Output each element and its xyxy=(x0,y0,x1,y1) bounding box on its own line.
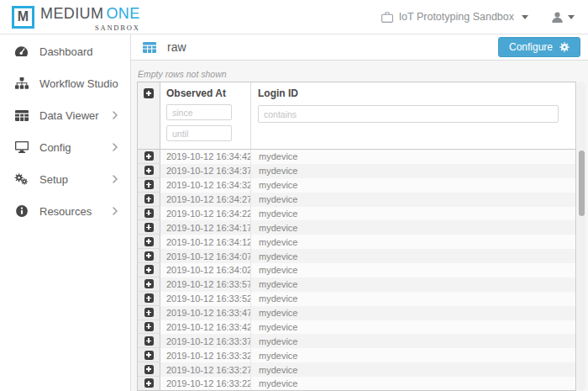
topbar-right: IoT Prototyping Sandbox xyxy=(381,11,575,23)
header-expand-cell xyxy=(138,82,160,149)
empty-rows-note: Empty rows not shown xyxy=(131,61,588,82)
table-icon xyxy=(143,42,156,53)
sidebar-item-label: Setup xyxy=(39,173,113,186)
row-expand-cell xyxy=(138,292,160,306)
dashboard-icon xyxy=(13,45,29,57)
observed-at-cell: 2019-10-12 16:34:22 xyxy=(160,207,251,221)
expand-row-button[interactable] xyxy=(144,265,154,274)
login-id-cell: mydevice xyxy=(251,334,575,348)
observed-at-cell: 2019-10-12 16:33:47 xyxy=(160,306,251,320)
login-id-cell: mydevice xyxy=(251,164,575,178)
expand-row-button[interactable] xyxy=(144,223,154,232)
row-expand-cell xyxy=(138,220,160,235)
table-body: 2019-10-12 16:34:42 mydevice 2019-10-12 … xyxy=(138,150,575,391)
expand-row-button[interactable] xyxy=(144,351,154,360)
table-header: Observed At Login ID xyxy=(138,82,575,150)
workspace-selector[interactable]: IoT Prototyping Sandbox xyxy=(381,11,528,23)
sidebar-item-workflow-studio[interactable]: Workflow Studio xyxy=(0,67,130,99)
table-row: 2019-10-12 16:34:17 mydevice xyxy=(138,220,575,235)
chevron-right-icon xyxy=(113,111,118,119)
user-icon xyxy=(552,12,563,23)
table-row: 2019-10-12 16:33:22 mydevice xyxy=(138,377,575,391)
row-expand-cell xyxy=(138,164,160,178)
sidebar-item-label: Data Viewer xyxy=(39,109,113,122)
login-id-cell: mydevice xyxy=(251,362,575,377)
login-id-cell: mydevice xyxy=(251,320,575,335)
expand-row-button[interactable] xyxy=(144,308,154,317)
login-id-cell: mydevice xyxy=(251,277,575,292)
expand-row-button[interactable] xyxy=(144,336,154,346)
page-header: raw Configure xyxy=(131,34,588,61)
login-id-cell: mydevice xyxy=(251,292,575,306)
expand-row-button[interactable] xyxy=(144,209,154,218)
table-row: 2019-10-12 16:34:32 mydevice xyxy=(138,178,575,193)
expand-row-button[interactable] xyxy=(144,322,154,331)
table-row: 2019-10-12 16:33:57 mydevice xyxy=(138,277,575,292)
column-observed-at: Observed At xyxy=(160,82,251,149)
since-filter-input[interactable] xyxy=(166,104,232,120)
observed-at-cell: 2019-10-12 16:33:22 xyxy=(160,377,251,391)
table-row: 2019-10-12 16:34:07 mydevice xyxy=(138,249,575,263)
table-icon xyxy=(13,110,29,121)
sidebar-item-data-viewer[interactable]: Data Viewer xyxy=(0,99,130,131)
expand-row-button[interactable] xyxy=(144,194,154,203)
table-row: 2019-10-12 16:34:22 mydevice xyxy=(138,207,575,221)
sidebar-item-resources[interactable]: Resources xyxy=(0,195,130,227)
expand-all-button[interactable] xyxy=(144,88,154,98)
caret-down-icon xyxy=(568,15,575,19)
row-expand-cell xyxy=(138,235,160,249)
configure-button[interactable]: Configure xyxy=(498,37,580,57)
expand-row-button[interactable] xyxy=(144,378,154,388)
login-id-cell: mydevice xyxy=(251,193,575,207)
row-expand-cell xyxy=(138,193,160,207)
observed-at-cell: 2019-10-12 16:34:32 xyxy=(160,178,251,193)
table-row: 2019-10-12 16:34:02 mydevice xyxy=(138,263,575,277)
expand-row-button[interactable] xyxy=(144,251,154,261)
brand-subtitle: SANDBOX xyxy=(40,24,140,32)
observed-at-cell: 2019-10-12 16:33:52 xyxy=(160,292,251,306)
expand-row-button[interactable] xyxy=(144,151,154,161)
observed-at-cell: 2019-10-12 16:33:27 xyxy=(160,362,251,377)
sidebar-item-dashboard[interactable]: Dashboard xyxy=(0,35,130,67)
observed-at-cell: 2019-10-12 16:34:27 xyxy=(160,193,251,207)
gear-icon xyxy=(559,42,570,52)
expand-row-button[interactable] xyxy=(144,180,154,189)
expand-row-button[interactable] xyxy=(144,279,154,288)
table-row: 2019-10-12 16:34:27 mydevice xyxy=(138,193,575,207)
row-expand-cell xyxy=(138,377,160,391)
sidebar-item-setup[interactable]: Setup xyxy=(0,163,130,195)
row-expand-cell xyxy=(138,150,160,164)
observed-at-cell: 2019-10-12 16:33:32 xyxy=(160,348,251,362)
topbar: M MEDIUMONE SANDBOX IoT Prototyping Sand… xyxy=(0,0,588,34)
expand-row-button[interactable] xyxy=(144,293,154,303)
brand-name-medium: MEDIUM xyxy=(40,5,103,22)
table-row: 2019-10-12 16:33:27 mydevice xyxy=(138,362,575,377)
table-row: 2019-10-12 16:34:42 mydevice xyxy=(138,150,575,164)
login-id-cell: mydevice xyxy=(251,150,575,164)
table-row: 2019-10-12 16:33:32 mydevice xyxy=(138,348,575,362)
observed-at-cell: 2019-10-12 16:34:17 xyxy=(160,220,251,235)
expand-row-button[interactable] xyxy=(144,365,154,374)
table-row: 2019-10-12 16:34:12 mydevice xyxy=(138,235,575,249)
expand-row-button[interactable] xyxy=(144,166,154,175)
row-expand-cell xyxy=(138,207,160,221)
sidebar-item-config[interactable]: Config xyxy=(0,131,130,163)
desktop-icon xyxy=(13,141,29,153)
workflow-icon xyxy=(13,77,29,89)
table-row: 2019-10-12 16:33:47 mydevice xyxy=(138,306,575,320)
login-id-cell: mydevice xyxy=(251,249,575,263)
column-header-observed-at: Observed At xyxy=(166,87,244,99)
expand-row-button[interactable] xyxy=(144,237,154,246)
scrollbar-thumb[interactable] xyxy=(579,151,585,216)
until-filter-input[interactable] xyxy=(166,125,232,141)
table-scrollbar[interactable] xyxy=(577,82,585,391)
contains-filter-input[interactable] xyxy=(258,105,559,123)
user-menu[interactable] xyxy=(552,12,575,23)
sidebar-item-label: Config xyxy=(39,141,113,154)
row-expand-cell xyxy=(138,334,160,348)
sidebar: Dashboard Workflow Studio Data Viewer Co… xyxy=(0,34,131,391)
brand-logo: M MEDIUMONE SANDBOX xyxy=(12,3,140,32)
sidebar-item-label: Resources xyxy=(39,205,113,218)
row-expand-cell xyxy=(138,277,160,292)
sidebar-item-label: Workflow Studio xyxy=(39,77,118,90)
